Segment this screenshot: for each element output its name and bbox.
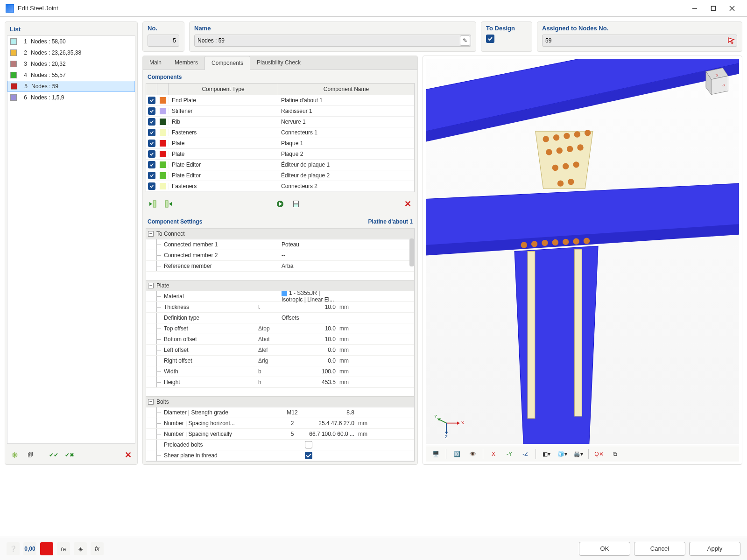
setting-row[interactable]: Top offsetΔtop10.0mm: [146, 323, 414, 334]
window-close[interactable]: [723, 2, 741, 15]
new-item-icon[interactable]: ✳️: [8, 448, 21, 462]
tab-plausibility-check[interactable]: Plausibility Check: [250, 56, 307, 70]
print-icon[interactable]: 🖨️▾: [571, 448, 585, 460]
row-checkbox[interactable]: [148, 129, 155, 136]
group-header[interactable]: −To Connect: [146, 228, 414, 239]
table-row[interactable]: Fasteners Connecteurs 1: [146, 127, 414, 138]
table-row[interactable]: Rib Nervure 1: [146, 117, 414, 127]
collapse-icon[interactable]: −: [148, 231, 154, 237]
cancel-button[interactable]: Cancel: [634, 542, 685, 556]
setting-row[interactable]: Widthb100.0mm: [146, 366, 414, 377]
layers-icon[interactable]: ◈: [74, 542, 87, 555]
view-reset-icon[interactable]: 🖥️: [429, 448, 443, 460]
setting-row[interactable]: Left offsetΔlef0.0mm: [146, 345, 414, 356]
table-row[interactable]: Stiffener Raidisseur 1: [146, 106, 414, 117]
group-header[interactable]: −Plate: [146, 280, 414, 291]
swatch-icon: [10, 61, 17, 67]
setting-row[interactable]: Number | Spacing vertically566.7 100.0 6…: [146, 429, 414, 440]
save-config-icon[interactable]: [289, 197, 303, 211]
row-checkbox[interactable]: [148, 150, 155, 158]
group-header[interactable]: −Bolts: [146, 396, 414, 407]
clear-view-icon[interactable]: Q✕: [592, 448, 606, 460]
no-input[interactable]: [148, 35, 179, 47]
view-iso-icon[interactable]: ◧▾: [539, 448, 553, 460]
units-icon[interactable]: 0,00: [23, 542, 36, 555]
setting-row[interactable]: Heighth453.5mm: [146, 377, 414, 388]
row-checkbox[interactable]: [148, 118, 155, 126]
delete-component-icon[interactable]: ✕: [401, 197, 415, 211]
color-icon[interactable]: [40, 542, 53, 555]
setting-row[interactable]: Shear plane in thread: [146, 450, 414, 461]
3d-viewport[interactable]: -y -x X Y Z: [423, 56, 742, 465]
row-checkbox[interactable]: [148, 161, 155, 168]
copy-item-icon[interactable]: 🗐: [24, 448, 37, 462]
tab-main[interactable]: Main: [143, 56, 168, 70]
axis-y-icon[interactable]: -Y: [502, 448, 516, 460]
row-checkbox[interactable]: [148, 140, 155, 147]
setting-row[interactable]: Bottom offsetΔbot10.0mm: [146, 334, 414, 345]
tab-components[interactable]: Components: [204, 56, 250, 70]
row-checkbox[interactable]: [148, 97, 155, 104]
ok-button[interactable]: OK: [579, 542, 630, 556]
table-row[interactable]: End Plate Platine d'about 1: [146, 95, 414, 106]
row-checkbox[interactable]: [148, 182, 155, 190]
detach-view-icon[interactable]: ⧉: [608, 448, 622, 460]
font-icon[interactable]: 🗛: [57, 542, 70, 555]
row-checkbox[interactable]: [148, 107, 155, 115]
apply-button[interactable]: Apply: [689, 542, 740, 556]
axis-z-icon[interactable]: -Z: [518, 448, 532, 460]
setting-row[interactable]: Connected member 1Poteau: [146, 239, 414, 250]
tab-members[interactable]: Members: [168, 56, 204, 70]
nav-cube-icon[interactable]: -y -x: [697, 63, 733, 99]
axis-widget-icon: X Y Z: [434, 412, 467, 438]
insert-left-icon[interactable]: [146, 197, 160, 211]
collapse-icon[interactable]: −: [148, 399, 154, 405]
view-cube-icon[interactable]: 🧊▾: [555, 448, 569, 460]
assigned-input[interactable]: [542, 35, 737, 47]
insert-right-icon[interactable]: [162, 197, 176, 211]
setting-row[interactable]: Reference memberArba: [146, 261, 414, 272]
list-item[interactable]: 4 Nodes : 55,57: [7, 70, 135, 81]
pick-nodes-icon[interactable]: [726, 35, 736, 46]
window-maximize[interactable]: [704, 2, 723, 15]
table-row[interactable]: Fasteners Connecteurs 2: [146, 181, 414, 192]
list-item[interactable]: 6 Nodes : 1,5,9: [7, 92, 135, 103]
setting-row[interactable]: Connected member 2--: [146, 250, 414, 261]
table-row[interactable]: Plate Plaque 1: [146, 138, 414, 149]
table-row[interactable]: Plate Editor Éditeur de plaque 1: [146, 160, 414, 170]
setting-row[interactable]: Diameter | Strength gradeM128.8: [146, 407, 414, 418]
window-minimize[interactable]: [685, 2, 704, 15]
table-row[interactable]: Plate Plaque 2: [146, 149, 414, 160]
axis-x-icon[interactable]: X: [486, 448, 500, 460]
uncheck-all-icon[interactable]: ✔✖: [63, 448, 76, 462]
setting-row[interactable]: Thicknesst10.0mm: [146, 302, 414, 313]
list-item[interactable]: 2 Nodes : 23,26,35,38: [7, 47, 135, 58]
name-input[interactable]: [194, 35, 471, 47]
edit-name-icon[interactable]: ✎: [460, 35, 470, 46]
view-scale-icon[interactable]: 🔟: [450, 448, 464, 460]
to-design-checkbox[interactable]: [486, 35, 494, 43]
setting-row[interactable]: Number | Spacing horizont...225.4 47.6 2…: [146, 418, 414, 429]
check-all-icon[interactable]: ✔✔: [47, 448, 60, 462]
svg-point-36: [521, 242, 527, 248]
list-item[interactable]: 1 Nodes : 58,60: [7, 36, 135, 47]
row-checkbox[interactable]: [148, 172, 155, 179]
setting-row[interactable]: Preloaded bolts: [146, 440, 414, 450]
view-show-icon[interactable]: 👁️: [465, 448, 479, 460]
setting-checkbox[interactable]: [305, 441, 312, 448]
fx-icon[interactable]: fx: [91, 542, 104, 555]
setting-row[interactable]: Right offsetΔrig0.0mm: [146, 356, 414, 366]
help-icon[interactable]: ❔: [7, 542, 20, 555]
setting-row[interactable]: Definition typeOffsets: [146, 313, 414, 323]
settings-tree: −To ConnectConnected member 1PoteauConne…: [146, 228, 415, 462]
list-item[interactable]: 3 Nodes : 20,32: [7, 58, 135, 70]
delete-item-icon[interactable]: ✕: [121, 448, 134, 462]
list-item[interactable]: 5 Nodes : 59: [7, 81, 135, 92]
library-icon[interactable]: [273, 197, 287, 211]
settings-scrollbar[interactable]: [409, 238, 414, 266]
setting-row[interactable]: Material1 - S355JR | Isotropic | Linear …: [146, 291, 414, 302]
setting-checkbox[interactable]: [305, 452, 312, 459]
collapse-icon[interactable]: −: [148, 283, 154, 288]
list-item-label: Nodes : 20,32: [31, 61, 66, 67]
table-row[interactable]: Plate Editor Éditeur de plaque 2: [146, 170, 414, 181]
